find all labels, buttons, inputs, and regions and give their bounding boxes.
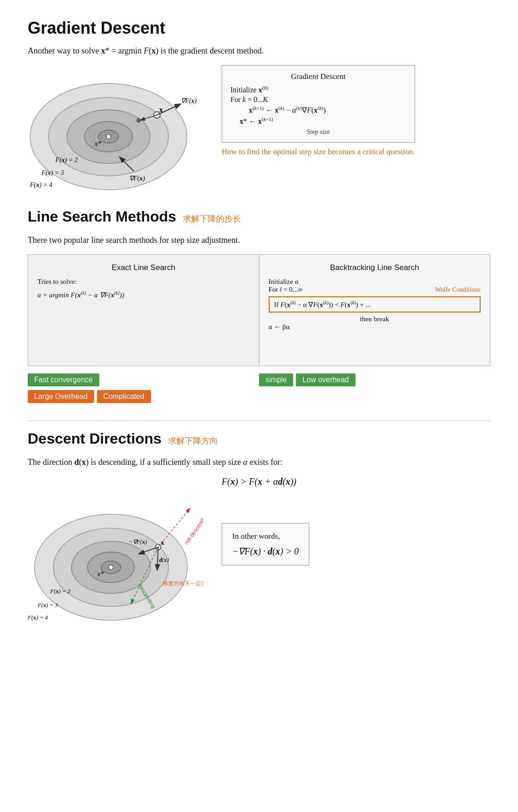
ls-intro: There two popular line search methods fo… (28, 235, 490, 245)
intro-text: Another way to solve x* = argmin F(x) is… (28, 46, 490, 56)
page-title: Gradient Descent (28, 18, 490, 38)
tag-fast-convergence: Fast convergence (28, 373, 99, 386)
exact-body: Tries to solve: α = argmin F(x(k) − α ∇F… (37, 278, 250, 299)
algo-line2: For k = 0...K (230, 96, 406, 104)
svg-point-8 (136, 118, 141, 123)
svg-point-5 (106, 134, 111, 139)
bt-title: Backtracking Line Search (269, 263, 481, 272)
inwords-title: In other words, (232, 532, 299, 541)
line-search-section: Line Search Methods 求解下降的步长 There two po… (28, 208, 490, 407)
gd-right-panel: Gradient Descent Initialize x(0) For k =… (222, 65, 415, 156)
svg-text:F(x) = 4: F(x) = 4 (28, 614, 48, 621)
svg-text:x*: x* (97, 570, 104, 577)
dd-contour-diagram: x* x −∇F(x) d(x) not descending descendi… (28, 495, 203, 638)
dd-heading: Descent Directions (28, 430, 162, 447)
orange-note: How to find the optimal step size become… (222, 147, 415, 156)
bt-tags-row: simple Low overhead (259, 373, 490, 386)
exact-tags: Fast convergence Large Overhead Complica… (28, 366, 259, 407)
svg-text:F(x) = 4: F(x) = 4 (30, 181, 52, 189)
section-divider (28, 421, 490, 421)
tag-low-overhead: Low overhead (296, 373, 355, 386)
svg-text:F(x) = 2: F(x) = 2 (50, 588, 71, 595)
exact-formula: α = argmin F(x(k) − α ∇F(x(k))) (37, 290, 250, 299)
bt-tags: simple Low overhead (259, 366, 490, 407)
svg-text:x*: x* (94, 140, 102, 147)
bt-line4: α ← βα (269, 323, 481, 331)
svg-text:not descending: not descending (183, 512, 203, 545)
step-size-label: Step size (230, 128, 406, 136)
svg-text:−∇F(x): −∇F(x) (129, 539, 147, 545)
inwords-formula: −∇F(x) · d(x) > 0 (232, 546, 299, 557)
svg-text:∇F(x): ∇F(x) (129, 175, 145, 182)
descent-directions-section: Descent Directions 求解下降方向 The direction … (28, 430, 490, 638)
wolfe-condition-box: If F(x(k) − α ∇F(x(k))) < F(x(k)) + ... (269, 296, 481, 313)
gradient-descent-section: Gradient Descent Another way to solve x*… (28, 18, 490, 194)
gd-layout: x* x ∇F(x) ∇F(x) F(x) = 2 F(x) = 3 F(x) … (28, 65, 490, 194)
backtracking-ls-card: Backtracking Line Search Initialize α Fo… (259, 255, 490, 366)
tag-large-overhead: Large Overhead (28, 390, 94, 403)
tags-container: Fast convergence Large Overhead Complica… (28, 366, 490, 407)
dd-inwords-panel: In other words, −∇F(x) · d(x) > 0 (222, 514, 309, 565)
algo-line4: x* ← x(k+1) (240, 116, 406, 126)
bt-body: Initialize α For l = 0...∞ Wolfe Conditi… (269, 278, 481, 331)
algo-title: Gradient Descent (230, 72, 406, 81)
svg-text:F(x) = 3: F(x) = 3 (41, 169, 64, 177)
exact-title: Exact Line Search (37, 263, 250, 272)
ls-header: Line Search Methods 求解下降的步长 (28, 208, 490, 231)
svg-point-23 (108, 565, 113, 570)
inwords-box: In other words, −∇F(x) · d(x) > 0 (222, 523, 309, 565)
ls-cards: Exact Line Search Tries to solve: α = ar… (28, 254, 490, 366)
dd-chinese: 求解下降方向 (168, 435, 218, 446)
bt-line3: then break (269, 315, 481, 323)
tag-simple: simple (259, 373, 293, 386)
exact-tags-row2: Large Overhead Complicated (28, 390, 259, 403)
exact-tags-row: Fast convergence (28, 373, 259, 386)
dd-header: Descent Directions 求解下降方向 (28, 430, 490, 453)
svg-text:梯度方向不一定是最优方向: 梯度方向不一定是最优方向 (162, 580, 203, 587)
bt-line2: For l = 0...∞ Wolfe Conditions (269, 286, 481, 294)
gd-algo-box: Gradient Descent Initialize x(0) For k =… (222, 65, 415, 143)
svg-text:∇F(x): ∇F(x) (181, 97, 197, 105)
svg-text:d(x): d(x) (159, 557, 169, 563)
gd-contour-diagram: x* x ∇F(x) ∇F(x) F(x) = 2 F(x) = 3 F(x) … (28, 65, 203, 194)
ls-chinese: 求解下降的步长 (183, 213, 241, 224)
svg-text:F(x) = 3: F(x) = 3 (37, 602, 58, 608)
wolfe-label: Wolfe Conditions (435, 286, 481, 294)
dd-layout: x* x −∇F(x) d(x) not descending descendi… (28, 495, 490, 638)
dd-formula: F(x) > F(x + αd(x)) (28, 476, 490, 487)
algo-line3: x(k+1) ← x(k) − α(k)∇F(x(k)) (249, 105, 406, 114)
exact-ls-card: Exact Line Search Tries to solve: α = ar… (28, 255, 259, 366)
ls-heading: Line Search Methods (28, 208, 176, 225)
svg-text:F(x) = 2: F(x) = 2 (55, 156, 78, 164)
dd-intro: The direction d(x) is descending, if a s… (28, 457, 490, 467)
tag-complicated: Complicated (97, 390, 151, 403)
exact-desc: Tries to solve: (37, 278, 250, 286)
algo-line1: Initialize x(0) (230, 85, 406, 94)
bt-line1: Initialize α (269, 278, 481, 286)
